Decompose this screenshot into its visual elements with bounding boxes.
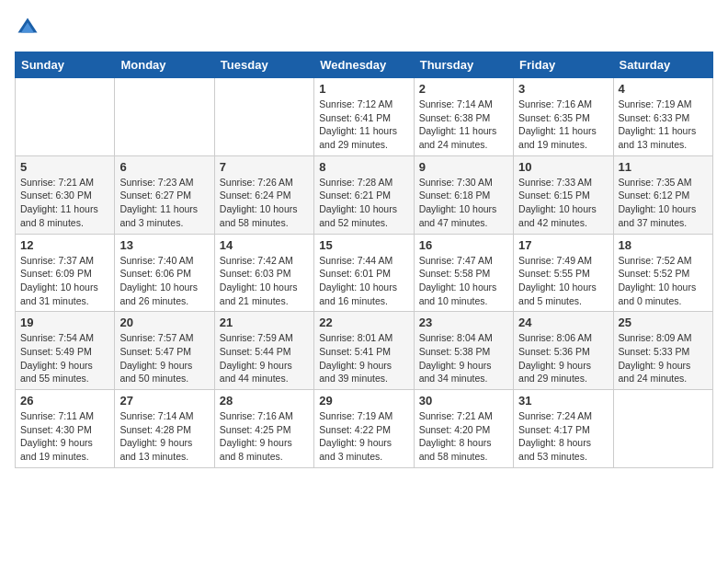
day-info: Sunrise: 7:19 AM Sunset: 6:33 PM Dayligh… [619,98,708,152]
day-number: 6 [119,160,209,174]
day-info: Sunrise: 7:37 AM Sunset: 6:09 PM Dayligh… [20,254,109,308]
calendar-cell [214,78,313,156]
day-info: Sunrise: 8:01 AM Sunset: 5:41 PM Dayligh… [319,331,408,385]
day-number: 12 [20,238,109,252]
day-number: 16 [419,238,508,252]
column-header-friday: Friday [514,52,613,78]
calendar-cell: 27Sunrise: 7:14 AM Sunset: 4:28 PM Dayli… [115,390,214,468]
day-info: Sunrise: 7:59 AM Sunset: 5:44 PM Dayligh… [220,331,309,385]
day-number: 18 [619,238,708,252]
day-info: Sunrise: 7:19 AM Sunset: 4:22 PM Dayligh… [319,409,408,464]
day-info: Sunrise: 7:26 AM Sunset: 6:24 PM Dayligh… [220,176,309,230]
day-number: 9 [419,160,508,174]
day-info: Sunrise: 7:14 AM Sunset: 6:38 PM Dayligh… [419,98,508,152]
calendar-table: SundayMondayTuesdayWednesdayThursdayFrid… [15,52,713,468]
calendar-cell: 19Sunrise: 7:54 AM Sunset: 5:49 PM Dayli… [16,312,115,390]
day-info: Sunrise: 7:54 AM Sunset: 5:49 PM Dayligh… [20,331,109,385]
calendar-week-row: 5Sunrise: 7:21 AM Sunset: 6:30 PM Daylig… [16,155,713,234]
day-number: 28 [220,394,309,408]
day-info: Sunrise: 7:33 AM Sunset: 6:15 PM Dayligh… [518,176,608,230]
day-number: 24 [518,316,608,329]
calendar-cell: 14Sunrise: 7:42 AM Sunset: 6:03 PM Dayli… [214,234,313,312]
day-info: Sunrise: 7:44 AM Sunset: 6:01 PM Dayligh… [319,254,408,308]
day-info: Sunrise: 7:21 AM Sunset: 4:20 PM Dayligh… [419,409,508,464]
day-info: Sunrise: 7:16 AM Sunset: 4:25 PM Dayligh… [220,409,309,464]
calendar-cell: 2Sunrise: 7:14 AM Sunset: 6:38 PM Daylig… [414,78,513,156]
day-number: 29 [319,394,408,408]
day-info: Sunrise: 7:14 AM Sunset: 4:28 PM Dayligh… [119,409,209,464]
day-info: Sunrise: 8:06 AM Sunset: 5:36 PM Dayligh… [518,331,608,385]
day-number: 4 [619,82,708,96]
day-info: Sunrise: 7:11 AM Sunset: 4:30 PM Dayligh… [20,409,109,464]
day-number: 8 [319,160,408,174]
calendar-cell: 17Sunrise: 7:49 AM Sunset: 5:55 PM Dayli… [514,234,613,312]
calendar-week-row: 19Sunrise: 7:54 AM Sunset: 5:49 PM Dayli… [16,312,713,390]
calendar-cell: 15Sunrise: 7:44 AM Sunset: 6:01 PM Dayli… [314,234,414,312]
calendar-cell: 31Sunrise: 7:24 AM Sunset: 4:17 PM Dayli… [514,390,613,468]
day-number: 27 [119,394,209,408]
day-number: 31 [518,394,608,408]
calendar-cell [115,78,214,156]
day-number: 19 [20,316,109,329]
day-number: 7 [220,160,309,174]
day-info: Sunrise: 7:30 AM Sunset: 6:18 PM Dayligh… [419,176,508,230]
day-info: Sunrise: 7:40 AM Sunset: 6:06 PM Dayligh… [119,254,209,308]
day-info: Sunrise: 8:09 AM Sunset: 5:33 PM Dayligh… [619,331,708,385]
logo-icon [15,15,40,40]
day-number: 21 [220,316,309,329]
calendar-cell: 30Sunrise: 7:21 AM Sunset: 4:20 PM Dayli… [414,390,513,468]
calendar-cell: 4Sunrise: 7:19 AM Sunset: 6:33 PM Daylig… [613,78,712,156]
calendar-cell: 1Sunrise: 7:12 AM Sunset: 6:41 PM Daylig… [314,78,414,156]
calendar-cell: 10Sunrise: 7:33 AM Sunset: 6:15 PM Dayli… [514,155,613,234]
calendar-cell: 29Sunrise: 7:19 AM Sunset: 4:22 PM Dayli… [314,390,414,468]
calendar-week-row: 12Sunrise: 7:37 AM Sunset: 6:09 PM Dayli… [16,234,713,312]
logo [15,15,44,40]
calendar-cell: 28Sunrise: 7:16 AM Sunset: 4:25 PM Dayli… [214,390,313,468]
day-number: 2 [419,82,508,96]
day-info: Sunrise: 7:57 AM Sunset: 5:47 PM Dayligh… [119,331,209,385]
column-header-wednesday: Wednesday [314,52,414,78]
day-info: Sunrise: 7:52 AM Sunset: 5:52 PM Dayligh… [619,254,708,308]
calendar-cell: 16Sunrise: 7:47 AM Sunset: 5:58 PM Dayli… [414,234,513,312]
calendar-week-row: 1Sunrise: 7:12 AM Sunset: 6:41 PM Daylig… [16,78,713,156]
column-header-tuesday: Tuesday [214,52,313,78]
calendar-cell: 24Sunrise: 8:06 AM Sunset: 5:36 PM Dayli… [514,312,613,390]
day-number: 13 [119,238,209,252]
calendar-cell: 13Sunrise: 7:40 AM Sunset: 6:06 PM Dayli… [115,234,214,312]
day-info: Sunrise: 7:24 AM Sunset: 4:17 PM Dayligh… [518,409,608,464]
calendar-cell: 8Sunrise: 7:28 AM Sunset: 6:21 PM Daylig… [314,155,414,234]
day-info: Sunrise: 7:23 AM Sunset: 6:27 PM Dayligh… [119,176,209,230]
calendar-cell: 21Sunrise: 7:59 AM Sunset: 5:44 PM Dayli… [214,312,313,390]
calendar-cell: 11Sunrise: 7:35 AM Sunset: 6:12 PM Dayli… [613,155,712,234]
calendar-cell: 26Sunrise: 7:11 AM Sunset: 4:30 PM Dayli… [16,390,115,468]
calendar-cell: 25Sunrise: 8:09 AM Sunset: 5:33 PM Dayli… [613,312,712,390]
calendar-cell: 12Sunrise: 7:37 AM Sunset: 6:09 PM Dayli… [16,234,115,312]
day-number: 20 [119,316,209,329]
day-info: Sunrise: 7:42 AM Sunset: 6:03 PM Dayligh… [220,254,309,308]
calendar-cell: 7Sunrise: 7:26 AM Sunset: 6:24 PM Daylig… [214,155,313,234]
day-number: 1 [319,82,408,96]
column-header-monday: Monday [115,52,214,78]
day-number: 26 [20,394,109,408]
page-header [15,15,713,40]
day-info: Sunrise: 7:49 AM Sunset: 5:55 PM Dayligh… [518,254,608,308]
calendar-cell: 6Sunrise: 7:23 AM Sunset: 6:27 PM Daylig… [115,155,214,234]
calendar-cell: 5Sunrise: 7:21 AM Sunset: 6:30 PM Daylig… [16,155,115,234]
calendar-cell: 3Sunrise: 7:16 AM Sunset: 6:35 PM Daylig… [514,78,613,156]
day-number: 30 [419,394,508,408]
day-info: Sunrise: 8:04 AM Sunset: 5:38 PM Dayligh… [419,331,508,385]
calendar-cell [613,390,712,468]
calendar-cell: 18Sunrise: 7:52 AM Sunset: 5:52 PM Dayli… [613,234,712,312]
day-info: Sunrise: 7:16 AM Sunset: 6:35 PM Dayligh… [518,98,608,152]
calendar-cell: 22Sunrise: 8:01 AM Sunset: 5:41 PM Dayli… [314,312,414,390]
day-number: 10 [518,160,608,174]
day-number: 25 [619,316,708,329]
column-header-sunday: Sunday [16,52,115,78]
calendar-header-row: SundayMondayTuesdayWednesdayThursdayFrid… [16,52,713,78]
calendar-cell: 9Sunrise: 7:30 AM Sunset: 6:18 PM Daylig… [414,155,513,234]
day-number: 22 [319,316,408,329]
day-number: 23 [419,316,508,329]
day-number: 5 [20,160,109,174]
day-info: Sunrise: 7:35 AM Sunset: 6:12 PM Dayligh… [619,176,708,230]
day-number: 15 [319,238,408,252]
